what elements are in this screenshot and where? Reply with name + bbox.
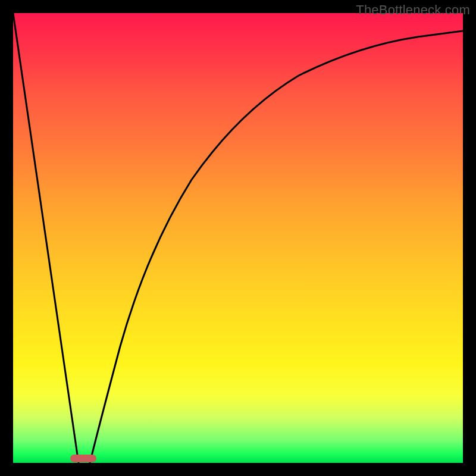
chart-lines [13, 13, 463, 463]
bottleneck-marker [70, 455, 96, 462]
watermark-text: TheBottleneck.com [356, 2, 470, 18]
right-curve-path [90, 31, 463, 463]
left-line-path [13, 13, 79, 463]
